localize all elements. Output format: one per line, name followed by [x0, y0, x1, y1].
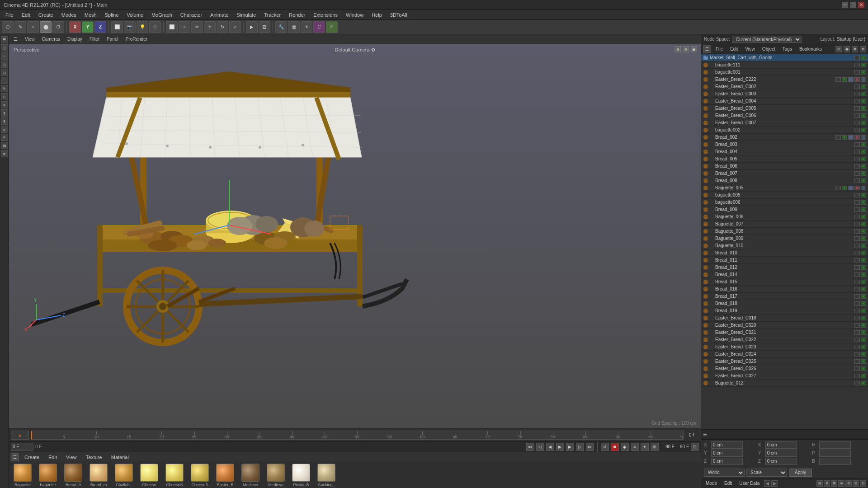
viewport-icon-3[interactable]: ▣ — [691, 46, 697, 52]
object-list-item[interactable]: Baguette_005✓ — [701, 184, 868, 192]
menu-render[interactable]: Render — [285, 11, 309, 19]
menu-create[interactable]: Create — [35, 11, 57, 19]
toolbar-render-preview[interactable]: ▶ — [246, 21, 258, 33]
object-list-item[interactable]: Easter_Bread_C020✓ — [701, 322, 868, 329]
object-flag-check[interactable] — [835, 186, 841, 190]
playback-settings[interactable]: ⊞ — [651, 443, 659, 451]
playback-play[interactable]: ▶ — [556, 443, 564, 451]
object-list-item[interactable]: baguette002✓ — [701, 127, 868, 134]
object-list-item[interactable]: Bread_005✓ — [701, 155, 868, 163]
object-flag-check[interactable] — [854, 244, 860, 248]
object-flag-visible[interactable]: ✓ — [861, 222, 866, 226]
object-flag-check[interactable] — [854, 280, 860, 284]
left-tool-3[interactable]: △ — [1, 61, 8, 68]
vp-menu-cameras[interactable]: Cameras — [39, 36, 63, 42]
coord-z2-input[interactable] — [765, 458, 797, 465]
left-tool-8[interactable]: $ — [1, 101, 8, 108]
object-flag-check[interactable] — [854, 106, 860, 111]
coord-y2-input[interactable] — [765, 450, 797, 457]
object-flag-check[interactable] — [854, 164, 860, 169]
object-flag-visible[interactable]: ✓ — [861, 323, 866, 328]
viewport-icon-2[interactable]: ⊞ — [683, 46, 689, 52]
object-flag-visible[interactable]: ✓ — [861, 128, 866, 132]
menu-3dtoall[interactable]: 3DToAll — [387, 11, 411, 19]
object-flag-check[interactable] — [854, 229, 860, 234]
playback-next-key[interactable]: ▷ — [576, 443, 584, 451]
object-flag-visible[interactable]: ✓ — [861, 229, 866, 234]
materials-edit[interactable]: Edit — [45, 454, 61, 461]
object-flag-check[interactable] — [854, 316, 860, 320]
object-flag-check[interactable] — [854, 92, 860, 96]
mode-icon-5[interactable]: ⊘ — [845, 480, 852, 487]
object-list-item[interactable]: baguette111✓ — [701, 61, 868, 69]
object-list-item[interactable]: Bread_017✓ — [701, 293, 868, 300]
left-tool-6[interactable]: ✎ — [1, 85, 8, 92]
object-list-item[interactable]: Easter_Bread_C004✓ — [701, 98, 868, 105]
object-flag-check[interactable] — [854, 265, 860, 270]
object-flag-visible[interactable]: ✓ — [861, 330, 866, 335]
object-list-item[interactable]: Baguette_010✓ — [701, 242, 868, 249]
material-item[interactable]: Medieva — [264, 464, 288, 487]
object-flag-extra1[interactable] — [848, 77, 854, 82]
node-space-dropdown[interactable]: Current (Standard/Physical) — [732, 36, 802, 43]
playback-motion[interactable]: ⁕ — [641, 443, 649, 451]
object-list-item[interactable]: Easter_Bread_C023✓ — [701, 343, 868, 351]
object-flag-check[interactable] — [854, 272, 860, 277]
object-list-item[interactable]: baguette001✓ — [701, 69, 868, 76]
coord-b-input[interactable] — [819, 458, 851, 465]
object-flag-visible[interactable]: ✓ — [861, 338, 866, 342]
object-flag-check[interactable] — [854, 258, 860, 263]
object-list-item[interactable]: Easter_Bread_C018✓ — [701, 314, 868, 322]
object-list-item[interactable]: Bread_003✓ — [701, 141, 868, 148]
toolbar-render[interactable]: 🖼 — [259, 21, 270, 33]
toolbar-rotate[interactable]: ↻ — [217, 21, 228, 33]
object-flag-visible[interactable]: ✓ — [861, 287, 866, 291]
object-flag-visible[interactable]: ✓ — [861, 121, 866, 125]
playback-to-start[interactable]: ⏮ — [526, 443, 534, 451]
object-flag-check[interactable] — [854, 63, 860, 67]
menu-volume[interactable]: Volume — [123, 11, 147, 19]
material-item[interactable]: Easter_B — [213, 464, 237, 487]
object-flag-visible[interactable]: ✓ — [861, 301, 866, 306]
object-flag-visible[interactable]: ✓ — [861, 352, 866, 357]
object-flag-check[interactable] — [854, 178, 860, 183]
object-flag-check[interactable] — [854, 287, 860, 291]
nav-forward[interactable]: ▶ — [771, 480, 778, 487]
left-tool-move[interactable]: ☰ — [1, 36, 8, 43]
materials-texture[interactable]: Texture — [82, 454, 106, 461]
left-tool-12[interactable]: ≡ — [1, 134, 8, 141]
rph-icon-3[interactable]: ⊠ — [852, 46, 858, 52]
viewport-icon-1[interactable]: ⊕ — [675, 46, 681, 52]
object-list-item[interactable]: Bread_014✓ — [701, 271, 868, 278]
object-list-item[interactable]: Bread_009✓ — [701, 206, 868, 213]
coord-h-input[interactable] — [819, 441, 851, 449]
left-tool-14[interactable]: ⊕ — [1, 150, 8, 157]
object-flag-check[interactable] — [854, 352, 860, 357]
object-list-item[interactable]: Baguette_007✓ — [701, 221, 868, 228]
object-flag-visible[interactable]: ✓ — [842, 77, 847, 82]
object-list-item[interactable]: Bread_007✓ — [701, 170, 868, 177]
material-item[interactable]: Challah_ — [112, 464, 136, 487]
object-flag-visible[interactable]: ✓ — [861, 265, 866, 270]
toolbar-scale[interactable]: ⤢ — [229, 21, 241, 33]
object-flag-extra1[interactable] — [848, 135, 854, 140]
menu-spline[interactable]: Spline — [101, 11, 123, 19]
vp-menu-display[interactable]: Display — [65, 36, 85, 42]
object-flag-check[interactable] — [854, 330, 860, 335]
object-flag-check[interactable] — [854, 150, 860, 154]
object-flag-check[interactable] — [854, 338, 860, 342]
material-item[interactable]: Cheese — [137, 464, 161, 487]
object-list-item[interactable]: Baguette_009✓ — [701, 235, 868, 242]
object-flag-visible[interactable]: ✓ — [861, 150, 866, 154]
object-flag-check[interactable] — [854, 374, 860, 378]
object-flag-visible[interactable]: ✓ — [861, 316, 866, 320]
object-flag-visible[interactable]: ✓ — [861, 70, 866, 75]
menu-window[interactable]: Window — [342, 11, 367, 19]
object-list-item[interactable]: Baguette_008✓ — [701, 228, 868, 235]
viewport[interactable]: Perspective Default Camera ✿ ⊕ ⊞ ▣ — [9, 44, 701, 428]
object-flag-visible[interactable]: ✓ — [861, 106, 866, 111]
object-list-item[interactable]: Baguette_012✓ — [701, 380, 868, 387]
toolbar-z-axis[interactable]: Z — [94, 21, 106, 33]
rph-menu-toggle[interactable]: ☰ — [703, 45, 711, 53]
menu-mesh[interactable]: Mesh — [81, 11, 100, 19]
